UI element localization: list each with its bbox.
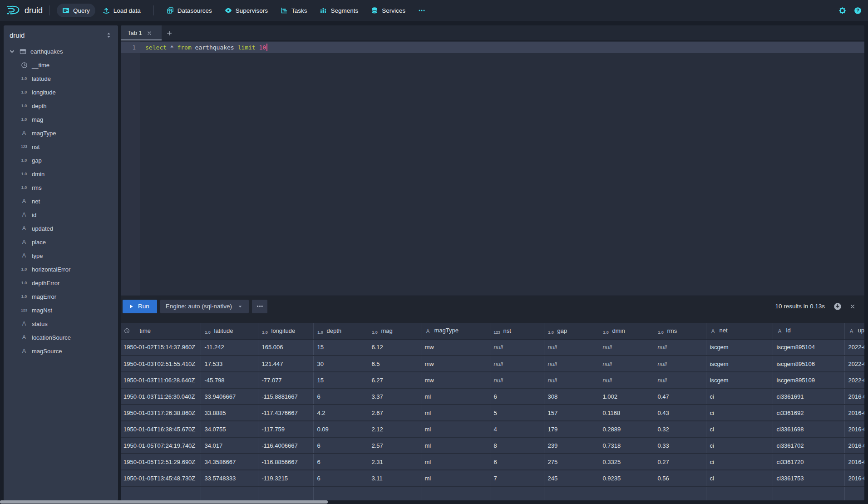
nav-item-datasources[interactable]: Datasources: [161, 4, 217, 17]
table-cell[interactable]: ci3361691: [773, 388, 844, 405]
table-cell[interactable]: iscgem: [706, 356, 773, 372]
table-cell[interactable]: 2.31: [368, 454, 421, 470]
download-results-icon[interactable]: [833, 302, 842, 311]
table-cell[interactable]: [773, 486, 844, 500]
table-cell[interactable]: 34.0755: [201, 421, 258, 437]
settings-gear-icon[interactable]: [838, 7, 846, 15]
table-cell[interactable]: null: [654, 339, 706, 356]
table-cell[interactable]: 121.447: [258, 356, 313, 372]
table-cell[interactable]: iscgem: [706, 372, 773, 388]
table-cell[interactable]: 1950-01-02T15:14:37.960Z: [121, 339, 201, 356]
table-cell[interactable]: null: [654, 372, 706, 388]
table-cell[interactable]: 30: [313, 356, 368, 372]
table-cell[interactable]: 157: [544, 405, 599, 421]
table-cell[interactable]: 1950-01-04T16:38:45.670Z: [121, 421, 201, 437]
table-cell[interactable]: ci: [706, 437, 773, 454]
table-cell[interactable]: null: [490, 339, 544, 356]
column-item-dmin[interactable]: 1.0dmin: [4, 167, 118, 181]
table-cell[interactable]: 0.2889: [599, 421, 654, 437]
table-cell[interactable]: 1950-01-03T17:26:38.860Z: [121, 405, 201, 421]
table-cell[interactable]: ci3361753: [773, 470, 844, 486]
new-tab-button[interactable]: [162, 25, 177, 40]
table-cell[interactable]: 6: [313, 388, 368, 405]
table-cell[interactable]: 6: [490, 454, 544, 470]
table-cell[interactable]: 33.9406667: [201, 388, 258, 405]
column-header-mag[interactable]: 1.0mag: [368, 323, 421, 339]
table-cell[interactable]: 2.57: [368, 437, 421, 454]
table-cell[interactable]: null: [599, 372, 654, 388]
column-item-mag[interactable]: 1.0mag: [4, 113, 118, 126]
table-cell[interactable]: iscgem895109: [773, 372, 844, 388]
table-cell[interactable]: 2016-0: [844, 437, 864, 454]
table-cell[interactable]: 1.002: [599, 388, 654, 405]
table-cell[interactable]: 1950-01-05T07:24:19.740Z: [121, 437, 201, 454]
column-item-net[interactable]: Anet: [4, 194, 118, 208]
column-item-id[interactable]: Aid: [4, 208, 118, 222]
query-more-button[interactable]: [252, 300, 267, 313]
run-button[interactable]: Run: [123, 300, 157, 313]
table-cell[interactable]: -116.4006667: [258, 437, 313, 454]
table-cell[interactable]: -116.8856667: [258, 454, 313, 470]
nav-item-more[interactable]: [413, 4, 431, 17]
table-cell[interactable]: 6.27: [368, 372, 421, 388]
table-cell[interactable]: 2022-0: [844, 356, 864, 372]
table-cell[interactable]: 2016-0: [844, 388, 864, 405]
column-item-longitude[interactable]: 1.0longitude: [4, 85, 118, 99]
table-cell[interactable]: ci: [706, 388, 773, 405]
table-cell[interactable]: 6.5: [368, 356, 421, 372]
table-cell[interactable]: 0.33: [654, 437, 706, 454]
table-cell[interactable]: null: [599, 339, 654, 356]
table-cell[interactable]: 2022-0: [844, 372, 864, 388]
table-cell[interactable]: 4: [490, 421, 544, 437]
column-item-locationSource[interactable]: AlocationSource: [4, 331, 118, 344]
datasource-earthquakes[interactable]: earthquakes: [4, 44, 118, 58]
table-cell[interactable]: null: [599, 356, 654, 372]
column-item-place[interactable]: Aplace: [4, 235, 118, 249]
table-cell[interactable]: [258, 486, 313, 500]
table-cell[interactable]: 3.37: [368, 388, 421, 405]
table-cell[interactable]: 8: [490, 437, 544, 454]
table-cell[interactable]: null: [544, 356, 599, 372]
table-cell[interactable]: [599, 486, 654, 500]
table-cell[interactable]: 33.8885: [201, 405, 258, 421]
column-item-depth[interactable]: 1.0depth: [4, 99, 118, 113]
column-item-status[interactable]: Astatus: [4, 317, 118, 331]
column-header-latitude[interactable]: 1.0latitude: [201, 323, 258, 339]
column-header-magType[interactable]: AmagType: [421, 323, 490, 339]
table-cell[interactable]: iscgem: [706, 339, 773, 356]
table-cell[interactable]: ci: [706, 454, 773, 470]
nav-item-services[interactable]: Services: [365, 4, 411, 17]
table-cell[interactable]: null: [490, 372, 544, 388]
table-cell[interactable]: 0.09: [313, 421, 368, 437]
column-item-magNst[interactable]: 123magNst: [4, 303, 118, 317]
sql-editor[interactable]: 1 select * from earthquakes limit 10: [121, 40, 864, 296]
column-header-id[interactable]: Aid: [773, 323, 844, 339]
table-cell[interactable]: ci3361698: [773, 421, 844, 437]
table-cell[interactable]: ml: [421, 470, 490, 486]
table-cell[interactable]: 34.3586667: [201, 454, 258, 470]
nav-item-segments[interactable]: Segments: [314, 4, 364, 17]
column-item-type[interactable]: Atype: [4, 249, 118, 262]
table-cell[interactable]: ml: [421, 388, 490, 405]
table-cell[interactable]: 0.1168: [599, 405, 654, 421]
nav-item-query[interactable]: Query: [57, 4, 95, 17]
table-cell[interactable]: 0.27: [654, 454, 706, 470]
table-cell[interactable]: 1950-01-03T11:26:30.040Z: [121, 388, 201, 405]
table-cell[interactable]: 2016-0: [844, 405, 864, 421]
chevron-down-icon[interactable]: [9, 48, 15, 55]
table-cell[interactable]: ci3361720: [773, 454, 844, 470]
table-cell[interactable]: 2.67: [368, 405, 421, 421]
table-cell[interactable]: 165.006: [258, 339, 313, 356]
column-header-__time[interactable]: __time: [121, 323, 201, 339]
column-item-gap[interactable]: 1.0gap: [4, 153, 118, 167]
nav-item-supervisors[interactable]: Supervisors: [219, 4, 273, 17]
table-cell[interactable]: 6: [490, 388, 544, 405]
table-cell[interactable]: null: [654, 356, 706, 372]
table-cell[interactable]: 5: [490, 405, 544, 421]
table-cell[interactable]: 2016-0: [844, 454, 864, 470]
table-cell[interactable]: ml: [421, 437, 490, 454]
column-header-nst[interactable]: 123nst: [490, 323, 544, 339]
table-cell[interactable]: -45.798: [201, 372, 258, 388]
table-cell[interactable]: 6: [313, 470, 368, 486]
table-cell[interactable]: ci3361702: [773, 437, 844, 454]
